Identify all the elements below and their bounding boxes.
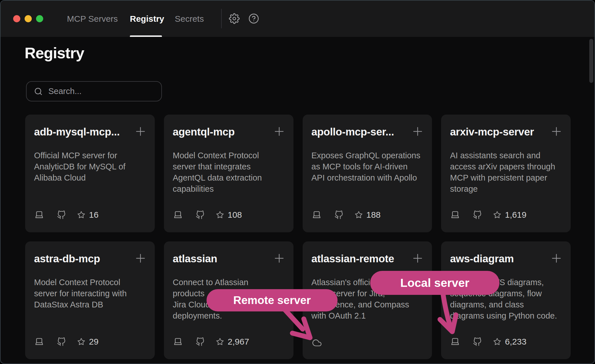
star-count: 29 [89, 337, 98, 347]
star-count: 108 [228, 210, 242, 220]
laptop-icon [173, 337, 183, 346]
add-server-button[interactable] [273, 252, 285, 265]
star-count: 188 [366, 210, 381, 220]
tab-secrets[interactable]: Secrets [175, 1, 204, 37]
server-name: atlassian [173, 253, 217, 265]
scrollbar-thumb[interactable] [589, 39, 593, 83]
add-server-button[interactable] [411, 252, 424, 265]
search-icon [34, 87, 43, 96]
minimize-button[interactable] [25, 15, 32, 22]
card-footer: 2,967 [173, 336, 249, 347]
plus-icon [412, 125, 424, 137]
server-description: Model Context Protocol server for intera… [34, 277, 148, 310]
add-server-button[interactable] [134, 252, 147, 265]
server-description: Exposes GraphQL operations as MCP tools … [312, 150, 426, 183]
card-footer: 29 [34, 336, 98, 347]
card-footer: 108 [173, 209, 242, 221]
star-count: 6,233 [505, 337, 526, 347]
star-icon [77, 338, 85, 346]
registry-card[interactable]: adb-mysql-mcp... Official MCP server for… [25, 115, 155, 232]
star-icon [493, 338, 501, 346]
server-name: arxiv-mcp-server [450, 126, 534, 138]
plus-icon [550, 125, 562, 137]
add-server-button[interactable] [550, 252, 563, 265]
laptop-icon [173, 210, 183, 219]
star-icon [216, 211, 224, 219]
plus-icon [273, 252, 285, 264]
registry-card[interactable]: arxiv-mcp-server AI assistants search an… [441, 115, 571, 232]
page-title: Registry [25, 44, 84, 62]
star-icon [355, 211, 363, 219]
star-icon [216, 338, 224, 346]
add-server-button[interactable] [411, 125, 424, 138]
add-server-button[interactable] [273, 125, 285, 138]
zoom-button[interactable] [36, 15, 43, 22]
card-footer [312, 336, 322, 347]
active-tab-indicator [130, 35, 162, 37]
laptop-icon [34, 337, 44, 346]
search-box [26, 81, 162, 101]
card-footer: 188 [312, 209, 381, 221]
registry-card[interactable]: aws-diagram Generate AWS diagrams, seque… [441, 241, 571, 359]
local-server-callout: Local server [370, 271, 499, 295]
registry-card[interactable]: apollo-mcp-ser... Exposes GraphQL operat… [303, 115, 432, 232]
settings-gear-icon[interactable] [229, 13, 240, 24]
registry-grid: adb-mysql-mcp... Official MCP server for… [25, 115, 571, 359]
plus-icon [134, 252, 146, 264]
laptop-icon [450, 337, 460, 346]
github-icon [196, 337, 205, 346]
server-name: agentql-mcp [173, 126, 235, 138]
cloud-icon [312, 338, 322, 347]
server-name: astra-db-mcp [34, 253, 100, 265]
add-server-button[interactable] [134, 125, 147, 138]
card-footer: 16 [34, 209, 98, 221]
server-description: AI assistants search and access arXiv pa… [450, 150, 564, 195]
github-icon [57, 211, 66, 219]
tab-registry[interactable]: Registry [130, 1, 164, 37]
server-description: Model Context Protocol server that integ… [173, 150, 287, 195]
github-icon [196, 211, 205, 219]
card-footer: 6,233 [450, 336, 526, 347]
github-icon [334, 211, 343, 219]
tab-mcp-servers[interactable]: MCP Servers [67, 1, 118, 37]
star-count: 1,619 [505, 210, 526, 220]
help-icon[interactable] [248, 13, 259, 24]
window-controls [13, 15, 43, 22]
laptop-icon [312, 210, 322, 219]
topbar-divider [221, 9, 222, 28]
server-name: aws-diagram [450, 253, 514, 265]
search-input[interactable] [48, 87, 161, 96]
app-window: MCP Servers Registry Secrets Registry ad… [0, 0, 595, 364]
server-description: Official MCP server for AnalyticDB for M… [34, 150, 148, 183]
card-footer: 1,619 [450, 209, 526, 221]
github-icon [57, 337, 66, 346]
topbar: MCP Servers Registry Secrets [1, 1, 594, 37]
registry-card[interactable]: astra-db-mcp Model Context Protocol serv… [25, 241, 155, 359]
laptop-icon [450, 210, 460, 219]
star-count: 16 [89, 210, 98, 220]
plus-icon [550, 252, 562, 264]
star-count: 2,967 [228, 337, 249, 347]
server-name: atlassian-remote [312, 253, 394, 265]
laptop-icon [34, 210, 44, 219]
server-name: apollo-mcp-ser... [312, 126, 394, 138]
star-icon [77, 211, 85, 219]
star-icon [493, 211, 501, 219]
plus-icon [134, 125, 146, 137]
github-icon [473, 337, 482, 346]
registry-card[interactable]: agentql-mcp Model Context Protocol serve… [164, 115, 293, 232]
close-button[interactable] [13, 15, 20, 22]
plus-icon [273, 125, 285, 137]
plus-icon [412, 252, 424, 264]
github-icon [473, 211, 482, 219]
server-name: adb-mysql-mcp... [34, 126, 120, 138]
add-server-button[interactable] [550, 125, 563, 138]
remote-server-callout: Remote server [207, 289, 338, 311]
